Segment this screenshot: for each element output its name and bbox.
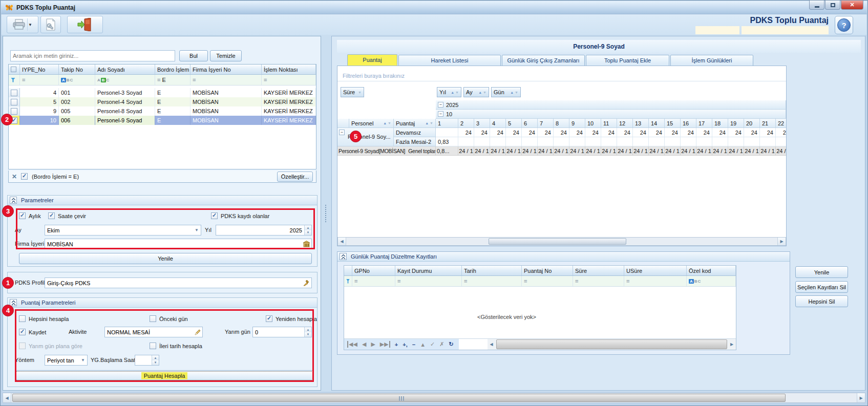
collapse-minus-icon[interactable]: −: [438, 102, 443, 108]
nav-append-icon[interactable]: +: [395, 341, 398, 348]
pivot-day-header[interactable]: 4: [490, 119, 506, 128]
clear-button[interactable]: Temizle: [210, 50, 242, 61]
scrollbar-thumb[interactable]: [12, 394, 786, 402]
scroll-right-icon[interactable]: ▶: [728, 339, 736, 350]
pivot-day-header[interactable]: 3: [474, 119, 490, 128]
yeniden-hesapla-checkbox[interactable]: Yeniden hesapla: [266, 315, 317, 322]
corrections-column-header[interactable]: Tarih: [462, 266, 522, 275]
saate-cevir-checkbox[interactable]: Saate çevir: [48, 212, 86, 219]
aylik-checkbox[interactable]: Aylık: [19, 212, 41, 219]
grid-column-header[interactable]: Firma İşyeri No: [190, 65, 262, 74]
nav-prev-icon[interactable]: ◀: [362, 341, 366, 348]
yontem-dropdown-icon[interactable]: ▼: [79, 355, 87, 365]
pivot-filter-drop-area[interactable]: Filtreleri buraya bırakınız: [337, 66, 786, 81]
pivot-day-header[interactable]: 11: [601, 119, 617, 128]
pivot-h-scrollbar[interactable]: ◀ ▶: [337, 237, 786, 246]
yil-spinner[interactable]: ▲▼: [216, 225, 312, 236]
puantaj-hesapla-button[interactable]: Puantaj Hesapla: [15, 370, 314, 381]
firma-isyeri-field[interactable]: [45, 239, 312, 249]
pivot-day-header[interactable]: 17: [696, 119, 712, 128]
pivot-day-header[interactable]: 12: [617, 119, 633, 128]
print-dropdown-arrow[interactable]: ▼: [27, 18, 33, 31]
filter-equals-icon[interactable]: =: [575, 278, 578, 284]
customize-button[interactable]: Özelleştir...: [277, 172, 313, 182]
pivot-group-year[interactable]: −2025: [436, 100, 786, 110]
grid-filter-cell[interactable]: =: [262, 75, 316, 85]
corrections-column-header[interactable]: GPNo: [352, 266, 395, 275]
tab-item-1[interactable]: Hareket Listesi: [398, 55, 501, 66]
corrections-filter-cell[interactable]: =: [624, 276, 687, 286]
onceki-gun-checkbox[interactable]: Önceki gün: [150, 315, 188, 322]
nav-last-icon[interactable]: ▶▶: [380, 341, 390, 348]
pivot-day-header[interactable]: 14: [649, 119, 665, 128]
scroll-right-icon[interactable]: ▶: [857, 393, 865, 402]
panel-splitter[interactable]: [321, 36, 331, 391]
scrollbar-thumb[interactable]: [496, 339, 727, 349]
pivot-group-month[interactable]: −10: [436, 110, 786, 119]
yarim-gun-plana-gore-checkbox[interactable]: Yarım gün plana göre: [19, 343, 82, 349]
grid-row[interactable]: 9005Personel-8 SoyadEMOBİSANKAYSERİ MERK…: [9, 106, 316, 116]
filter-enabled-checkbox[interactable]: [21, 173, 28, 180]
collapse-icon[interactable]: [10, 197, 17, 204]
grid-column-header[interactable]: İşlem Noktası: [262, 65, 316, 74]
pivot-row-field-puantaj[interactable]: Puantaj▲▼: [394, 119, 436, 128]
pivot-day-header[interactable]: 13: [633, 119, 649, 128]
filter-equals-icon[interactable]: =: [264, 77, 267, 83]
grid-row[interactable]: 5002Personel-4 SoyadEMOBİSANKAYSERİ MERK…: [9, 97, 316, 106]
grid-column-header[interactable]: Adı Soyadı: [95, 65, 155, 74]
aylik-checkbox-box[interactable]: [19, 212, 26, 219]
close-button[interactable]: ✕: [841, 1, 863, 10]
corrections-column-header[interactable]: Kayıt Durumu: [395, 266, 462, 275]
row-checkbox[interactable]: [11, 90, 17, 96]
pivot-day-header[interactable]: 1: [436, 119, 458, 128]
grid-filter-cell[interactable]: =: [190, 75, 262, 85]
nav-refresh-icon[interactable]: ↻: [449, 341, 453, 348]
row-checkbox[interactable]: [11, 99, 17, 105]
delete-all-button[interactable]: Hepsini Sil: [795, 295, 848, 307]
row-header-cell[interactable]: [9, 88, 20, 97]
corrections-filter-cell[interactable]: ABC: [687, 276, 736, 286]
scrollbar-thumb[interactable]: [489, 238, 626, 245]
yarim-gun-spinner[interactable]: ▲▼: [252, 327, 312, 337]
firma-isyeri-value[interactable]: [45, 241, 302, 247]
nav-delete-icon[interactable]: −: [412, 341, 415, 348]
ay-combobox[interactable]: ▼: [45, 225, 201, 236]
corrections-column-header[interactable]: Özel kod: [687, 266, 736, 275]
ileri-tarih-hesapla-checkbox[interactable]: İleri tarih hesapla: [150, 343, 202, 349]
pdks-profili-value[interactable]: [45, 280, 302, 286]
navigator-scrollbar[interactable]: ◀ ▶: [488, 339, 736, 350]
tab-item-4[interactable]: İşlem Günlükleri: [670, 55, 753, 66]
print-settings-button[interactable]: [40, 16, 61, 33]
minimize-button[interactable]: [809, 1, 824, 10]
grid-column-header[interactable]: Bordro İşlem: [155, 65, 190, 74]
nav-cancel-icon[interactable]: ✗: [439, 341, 444, 348]
pivot-day-header[interactable]: 10: [585, 119, 601, 128]
pivot-day-header[interactable]: 5: [506, 119, 522, 128]
nav-edit-icon[interactable]: ▲: [420, 341, 426, 348]
delete-selected-button[interactable]: Seçilen Kayıtları Sil: [795, 281, 848, 293]
collapse-icon[interactable]: [340, 253, 347, 260]
grid-filter-cell[interactable]: =: [20, 75, 59, 85]
pivot-day-header[interactable]: 22: [776, 119, 786, 128]
filter-equals-icon[interactable]: =: [524, 278, 527, 284]
tab-item-3[interactable]: Toplu Puantaj Ekle: [586, 55, 669, 66]
filter-equals-icon[interactable]: =: [626, 278, 629, 284]
corrections-filter-cell[interactable]: =: [522, 276, 573, 286]
pivot-person-row-header[interactable]: − Personel-9 Soy...: [337, 128, 394, 146]
pivot-data-field-sure[interactable]: Süre▼: [341, 87, 364, 97]
filter-equals-icon[interactable]: =: [22, 77, 25, 83]
aktivite-field[interactable]: [104, 327, 203, 337]
kaydet-checkbox[interactable]: Kaydet: [19, 329, 46, 335]
spin-up-icon[interactable]: ▲: [305, 225, 311, 230]
spin-down-icon[interactable]: ▼: [305, 230, 311, 236]
pivot-day-header[interactable]: 9: [569, 119, 585, 128]
pivot-day-header[interactable]: 19: [728, 119, 744, 128]
pivot-row-field-personel[interactable]: Personel▲▼: [349, 119, 394, 128]
corrections-filter-cell[interactable]: =: [462, 276, 522, 286]
pivot-row-label[interactable]: Devamsız: [394, 128, 436, 137]
pivot-col-field-gun[interactable]: Gün▲▼: [491, 87, 521, 97]
filter-type-icon[interactable]: ABC: [97, 78, 109, 82]
row-header-cell[interactable]: [9, 116, 20, 125]
yenile-button[interactable]: Yenile: [19, 253, 312, 264]
pdks-profili-field[interactable]: [45, 277, 312, 288]
